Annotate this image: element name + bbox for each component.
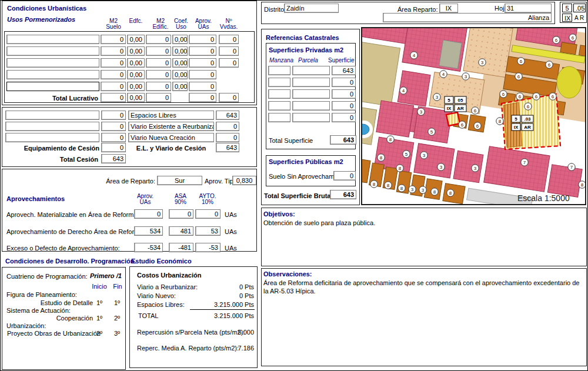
- exceso-defecto-asa[interactable]: -481: [169, 243, 193, 252]
- total-edfc-field[interactable]: 0,00: [127, 93, 145, 102]
- cooperacion-label: Cooperación: [28, 315, 93, 322]
- coef-uso-field[interactable]: 0,00: [172, 82, 188, 91]
- edfc-field[interactable]: 0,00: [127, 82, 145, 91]
- aprov-derecho-ayto[interactable]: 53: [195, 226, 220, 236]
- aprov-materializable-uas[interactable]: 0: [134, 209, 163, 219]
- coef-uso-field[interactable]: 0,00: [172, 70, 188, 79]
- manzana-field[interactable]: [268, 89, 290, 99]
- superficie-field[interactable]: 0: [332, 113, 356, 122]
- aprov-derecho-asa[interactable]: 481: [169, 226, 193, 236]
- uso-label-field[interactable]: [6, 35, 99, 44]
- uso-label-field[interactable]: [6, 46, 99, 56]
- el-viario-cesion-label: E.L. y Viario de Cesión: [130, 145, 212, 152]
- aprov-materializable-asa[interactable]: 0: [169, 209, 193, 219]
- cesion-value-field[interactable]: 0: [101, 111, 126, 120]
- manzana-field[interactable]: [268, 66, 290, 75]
- total-m2-suelo-field[interactable]: 0: [101, 93, 126, 102]
- area-reparto-field[interactable]: Sur: [157, 176, 202, 185]
- m2-suelo-field[interactable]: 0: [101, 70, 126, 79]
- viario-nuevo-label: Viario Nuevo:: [137, 292, 176, 299]
- equipamiento-cesion-field[interactable]: 0: [101, 143, 126, 152]
- cesion-label-field[interactable]: [5, 133, 99, 142]
- aprov-uas-field[interactable]: 0: [189, 70, 216, 79]
- cesion-value-field[interactable]: 0: [101, 122, 126, 131]
- manzana-field[interactable]: [268, 113, 290, 122]
- aprov-uas-field[interactable]: 0: [189, 35, 216, 44]
- cesion-label-field[interactable]: [5, 111, 99, 120]
- alianza-field[interactable]: Alianza: [383, 13, 552, 22]
- total-superficie-bruta-field[interactable]: 643: [330, 190, 356, 199]
- aprov-uas-field[interactable]: 0: [189, 58, 216, 68]
- col-aprov-uas2: Aprov. UAs: [132, 193, 158, 205]
- m2-edific-field[interactable]: 0: [146, 46, 171, 56]
- uso-label-field[interactable]: [6, 82, 99, 91]
- superficie-field[interactable]: 0: [332, 101, 356, 111]
- edfc-field[interactable]: 0,00: [127, 58, 145, 68]
- edfc-field[interactable]: 0,00: [127, 35, 145, 44]
- cesion-label-field[interactable]: [5, 122, 99, 131]
- total-m2-edific-field[interactable]: 0: [146, 93, 171, 102]
- svg-text:8: 8: [380, 155, 383, 161]
- aprov-materializable-ayto[interactable]: 0: [195, 209, 220, 219]
- viario-nueva-field[interactable]: Viario Nueva Creación: [128, 133, 214, 142]
- area-reparto-header-field[interactable]: IX: [439, 4, 458, 13]
- espacios-libres-field[interactable]: Espacios Libres: [128, 111, 214, 120]
- superficie-field[interactable]: 643: [332, 66, 356, 75]
- coef-uso-field[interactable]: 0,00: [172, 46, 188, 56]
- total-aprov-field[interactable]: 0: [189, 93, 216, 102]
- exceso-defecto-uas[interactable]: -534: [134, 243, 163, 252]
- aprov-tipo-field[interactable]: 0,830: [232, 176, 256, 185]
- num-vvdas-field[interactable]: 0: [219, 58, 239, 68]
- superficie-field[interactable]: 0: [332, 78, 356, 87]
- m2-suelo-field[interactable]: 0: [101, 58, 126, 68]
- total-cesion-field[interactable]: 643: [101, 154, 126, 163]
- usos-pormenorizados-label: Usos Pormenorizados: [7, 16, 75, 23]
- svg-text:8: 8: [399, 166, 402, 171]
- num-vvdas-field[interactable]: 0: [219, 35, 239, 44]
- espacios-libres-value[interactable]: 643: [216, 111, 239, 120]
- distrito-field[interactable]: Zaidín: [284, 4, 339, 13]
- m2-edific-field[interactable]: 0: [146, 58, 171, 68]
- aprov-derecho-uas[interactable]: 534: [134, 226, 163, 236]
- m2-edific-field[interactable]: 0: [146, 35, 171, 44]
- svg-text:8: 8: [373, 182, 376, 187]
- num-vvdas-field[interactable]: 0: [219, 46, 239, 56]
- hoja-num-field[interactable]: 31: [505, 4, 552, 13]
- m2-edific-field[interactable]: 0: [146, 82, 171, 91]
- parcela-field[interactable]: [292, 66, 330, 75]
- svg-text:6: 6: [527, 104, 530, 109]
- svg-text:3: 3: [440, 165, 443, 170]
- m2-edific-field[interactable]: 0: [146, 70, 171, 79]
- parcela-field[interactable]: [292, 78, 330, 87]
- superficie-field[interactable]: 0: [332, 89, 356, 99]
- viario-nueva-value[interactable]: 0: [216, 133, 239, 142]
- uso-label-field[interactable]: [6, 58, 99, 68]
- coef-uso-field[interactable]: 0,00: [172, 58, 188, 68]
- el-viario-cesion-field[interactable]: 643: [216, 143, 239, 152]
- m2-suelo-field[interactable]: 0: [101, 46, 126, 56]
- ar-code-decimal: .05: [573, 4, 586, 12]
- parcela-field[interactable]: [292, 89, 330, 99]
- parcela-field[interactable]: [292, 113, 330, 122]
- exceso-defecto-ayto[interactable]: -53: [195, 243, 220, 252]
- total-superficie-field[interactable]: 643: [330, 135, 356, 145]
- suelo-sin-aprovecham-field[interactable]: 0: [333, 171, 356, 181]
- uso-label-field[interactable]: [6, 70, 99, 79]
- coef-uso-field[interactable]: 0,00: [172, 35, 188, 44]
- parcela-field[interactable]: [292, 101, 330, 111]
- cooperacion-fin: 2º: [113, 315, 121, 322]
- ar-505-zone: [446, 112, 460, 126]
- m2-suelo-field[interactable]: 0: [101, 82, 126, 91]
- aprov-uas-field[interactable]: 0: [189, 82, 216, 91]
- ar-code-type: A R: [574, 15, 584, 22]
- manzana-field[interactable]: [268, 101, 290, 111]
- aprov-uas-field[interactable]: 0: [189, 46, 216, 56]
- viario-existente-field[interactable]: Viario Existente a Reurbanizar: [128, 122, 214, 131]
- viario-existente-value[interactable]: 0: [216, 122, 239, 131]
- manzana-field[interactable]: [268, 78, 290, 87]
- total-vvdas-field[interactable]: 0: [219, 93, 239, 102]
- cesion-value-field[interactable]: 0: [101, 133, 126, 142]
- m2-suelo-field[interactable]: 0: [101, 35, 126, 44]
- edfc-field[interactable]: 0,00: [127, 46, 145, 56]
- edfc-field[interactable]: 0,00: [127, 70, 145, 79]
